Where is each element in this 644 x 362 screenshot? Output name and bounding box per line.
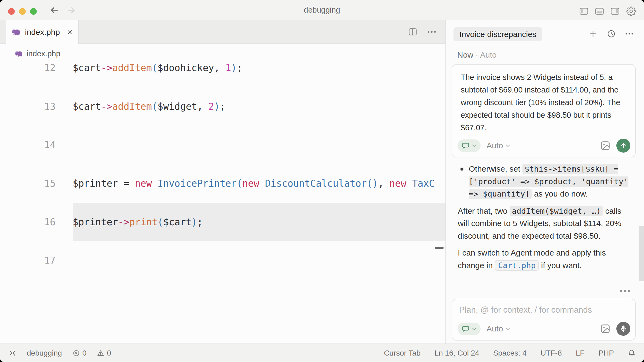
code-token: $widget [158, 101, 197, 112]
line-number: 14 [0, 139, 56, 150]
line-number: 12 [0, 63, 56, 73]
code-token [152, 178, 158, 189]
encoding-setting[interactable]: UTF-8 [540, 349, 562, 357]
editor-more-menu-icon[interactable] [427, 31, 436, 33]
thread-title-chip[interactable]: Invoice discrepancies [453, 27, 542, 41]
language-mode[interactable]: PHP [598, 349, 614, 357]
warning-count[interactable]: 0 [97, 349, 111, 357]
agent-panel: Invoice discrepancies Now · Auto The inv… [446, 20, 644, 343]
file-link-chip[interactable]: Cart.php [495, 260, 539, 271]
code-line[interactable]: 15$printer = new InvoicePrinter(new Disc… [0, 164, 445, 203]
code-token: ; [220, 101, 225, 112]
tab-index-php[interactable]: index.php [6, 20, 79, 44]
zed-window: debugging index.php [0, 0, 644, 362]
send-button[interactable] [616, 139, 630, 153]
attach-image-icon[interactable] [600, 141, 610, 151]
error-icon [73, 350, 80, 357]
model-mode-label: Auto [486, 141, 503, 150]
error-count[interactable]: 0 [73, 349, 87, 357]
history-clock-icon[interactable] [607, 29, 616, 38]
code-line[interactable]: 17 [0, 241, 445, 280]
assistant-text: Otherwise, set [469, 164, 522, 173]
code-token: InvoicePrinter [158, 178, 237, 189]
tab-close-icon[interactable] [67, 29, 73, 35]
chat-mode-pill[interactable] [458, 139, 481, 152]
code-token: addItem [112, 63, 152, 73]
code-line[interactable]: 12$cart->addItem($doohickey, 1); [0, 63, 445, 87]
model-mode-dropdown[interactable]: Auto [486, 324, 510, 333]
code-token: , [197, 101, 208, 112]
code-token: addItem [112, 101, 152, 112]
chat-bubble-icon [462, 142, 469, 149]
project-name[interactable]: debugging [27, 349, 62, 357]
code-token: new [242, 178, 259, 189]
new-thread-icon[interactable] [589, 29, 597, 38]
code-token: ( [237, 178, 242, 189]
microphone-button[interactable] [616, 322, 630, 336]
code-token: print [129, 217, 158, 227]
php-elephant-icon [12, 29, 21, 36]
assistant-paragraph: After that, two addItem($widget, …) call… [458, 205, 633, 242]
chat-mode-pill[interactable] [458, 323, 481, 335]
message-input[interactable]: Plan, @ for context, / for commands Auto [452, 299, 636, 341]
code-token: ( [158, 217, 163, 227]
assistant-text: if you want. [539, 261, 582, 270]
error-count-value: 0 [82, 349, 87, 357]
title-bar: debugging [0, 0, 644, 20]
cursor-position[interactable]: Ln 16, Col 24 [434, 349, 479, 357]
notifications-bell-icon[interactable] [628, 349, 635, 357]
split-editor-icon[interactable] [408, 28, 417, 36]
panel-scrollbar[interactable] [639, 226, 644, 281]
attach-image-icon[interactable] [600, 324, 610, 334]
breadcrumb[interactable]: index.php [0, 44, 445, 63]
code-line[interactable]: 14 [0, 125, 445, 164]
line-number: 16 [0, 217, 56, 227]
cursor-tab-status[interactable]: Cursor Tab [384, 349, 420, 357]
assistant-paragraph: I can switch to Agent mode and apply thi… [458, 247, 633, 272]
code-token: = [118, 178, 135, 189]
editor-pane: index.php index. [0, 20, 446, 343]
code-token: -> [101, 63, 112, 73]
tab-bar: index.php [0, 20, 445, 44]
code-token: ; [237, 63, 242, 73]
message-overflow-menu-icon[interactable] [620, 290, 630, 292]
settings-gear-icon[interactable] [626, 6, 636, 16]
code-token: -> [101, 101, 112, 112]
code-token: $cart [163, 217, 191, 227]
toggle-right-dock-icon[interactable] [611, 8, 619, 15]
code-token: ; [197, 217, 203, 227]
tab-label: index.php [25, 28, 62, 37]
code-line[interactable]: 13$cart->addItem($widget, 2); [0, 87, 445, 126]
code-line[interactable]: 16$printer->print($cart); [0, 203, 445, 241]
line-ending-setting[interactable]: LF [576, 349, 585, 357]
code-token: , [214, 63, 225, 73]
code-token: -> [118, 217, 129, 227]
model-mode-dropdown[interactable]: Auto [486, 141, 510, 150]
message-meta: Now · Auto [457, 50, 497, 60]
code-token: 1 [225, 63, 231, 73]
code-token: () [367, 178, 378, 189]
model-mode-label: Auto [486, 324, 503, 333]
warning-count-value: 0 [107, 349, 111, 357]
assistant-paragraph: Otherwise, set $this->items[$sku] = ['pr… [458, 163, 633, 200]
toggle-left-dock-icon[interactable] [580, 8, 588, 15]
code-token: $printer [73, 217, 118, 227]
toggle-bottom-dock-icon[interactable] [595, 8, 604, 15]
panel-more-menu-icon[interactable] [625, 33, 633, 35]
screen: debugging index.php [0, 0, 644, 362]
code-token: TaxC [412, 178, 434, 189]
user-message-card[interactable]: The invoice shows 2 Widgets instead of 5… [452, 64, 636, 157]
assistant-text: as you do now. [532, 189, 588, 198]
line-number: 15 [0, 178, 56, 189]
assistant-text: After that, two [458, 206, 510, 215]
scrollbar-cursor-marker[interactable] [435, 247, 444, 249]
window-title: debugging [0, 0, 644, 20]
indentation-setting[interactable]: Spaces: 4 [493, 349, 527, 357]
code-editor[interactable]: 12$cart->addItem($doohickey, 1);13$cart-… [0, 63, 445, 343]
line-number: 17 [0, 255, 56, 266]
code-token: ) [214, 101, 220, 112]
code-token: ) [231, 63, 237, 73]
code-token: DiscountCalculator [265, 178, 367, 189]
collapse-panel-icon[interactable] [9, 349, 16, 357]
code-text: $cart->addItem($doohickey, 1); [73, 63, 242, 73]
